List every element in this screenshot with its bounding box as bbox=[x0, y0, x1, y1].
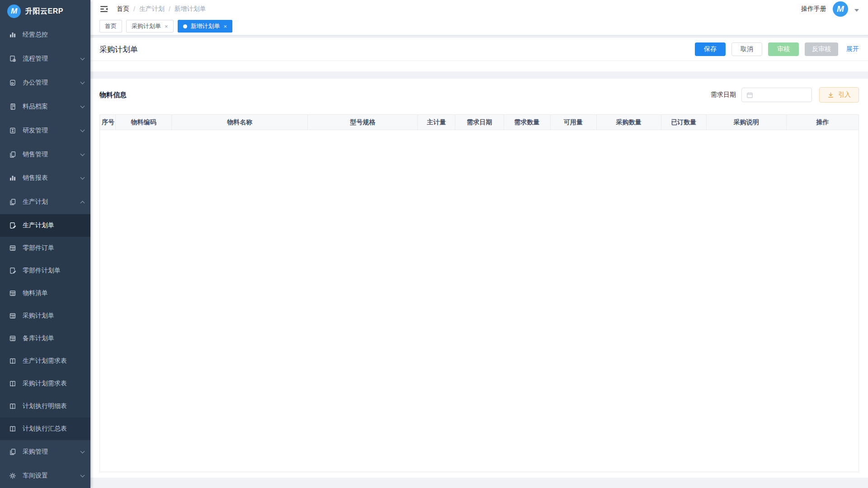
operation-manual-link[interactable]: 操作手册 bbox=[801, 5, 826, 13]
sidebar-item-production-plan-order[interactable]: 生产计划单 bbox=[0, 214, 90, 237]
sidebar-item-label: 计划执行汇总表 bbox=[23, 425, 84, 433]
sidebar-item-workshop-settings[interactable]: 车间设置 bbox=[0, 464, 90, 488]
book-icon bbox=[9, 380, 16, 387]
col-header-model-spec: 型号规格 bbox=[308, 115, 418, 130]
col-header-purchase-note: 采购说明 bbox=[706, 115, 786, 130]
sidebar-item-stock-plan-order[interactable]: 备库计划单 bbox=[0, 327, 90, 350]
tab-close-icon[interactable]: × bbox=[224, 23, 227, 29]
main-area: 首页 / 生产计划 / 新增计划单 操作手册 M 首页 采购计划单 × bbox=[90, 0, 868, 488]
col-header-operation: 操作 bbox=[786, 115, 859, 130]
tab-label: 新增计划单 bbox=[191, 22, 220, 30]
breadcrumb-home[interactable]: 首页 bbox=[117, 5, 129, 13]
import-button[interactable]: 引入 bbox=[819, 87, 859, 103]
sidebar-item-rnd-mgmt[interactable]: 研发管理 bbox=[0, 118, 90, 142]
materials-header-row: 物料信息 需求日期 引入 bbox=[99, 86, 859, 104]
sidebar-item-business-overview[interactable]: 经营总控 bbox=[0, 23, 90, 47]
copy-doc-icon bbox=[9, 448, 16, 455]
chevron-down-icon bbox=[80, 151, 85, 156]
book-icon bbox=[9, 403, 16, 410]
sidebar-item-office-mgmt[interactable]: 办公管理 bbox=[0, 70, 90, 94]
sidebar-item-label: 流程管理 bbox=[23, 55, 75, 63]
section-gap bbox=[90, 71, 868, 79]
sidebar-item-label: 料品档案 bbox=[23, 103, 75, 111]
sidebar-item-label: 生产计划 bbox=[23, 198, 75, 206]
breadcrumb-production-plan[interactable]: 生产计划 bbox=[139, 5, 165, 13]
form-header-row: 采购计划单 保存 取消 审核 反审核 展开 bbox=[90, 38, 868, 61]
action-buttons: 保存 取消 审核 反审核 展开 bbox=[695, 42, 859, 56]
sidebar-item-label: 计划执行明细表 bbox=[23, 402, 84, 410]
user-avatar[interactable]: M bbox=[833, 1, 848, 17]
grid-icon bbox=[9, 244, 16, 252]
sidebar-item-label: 物料清单 bbox=[23, 289, 84, 297]
sidebar: M 升阳云ERP 经营总控 流程管理 办公管理 料品档案 研发管理 销售管理 销… bbox=[0, 0, 90, 488]
sidebar-item-plan-exec-summary-table[interactable]: 计划执行汇总表 bbox=[0, 418, 90, 440]
book-icon bbox=[9, 357, 16, 365]
page-title: 采购计划单 bbox=[99, 44, 138, 55]
sidebar-fold-icon[interactable] bbox=[99, 5, 108, 13]
chevron-down-icon bbox=[80, 449, 85, 454]
sidebar-item-production-plan[interactable]: 生产计划 bbox=[0, 190, 90, 214]
save-button[interactable]: 保存 bbox=[695, 42, 726, 56]
sidebar-item-label: 销售报表 bbox=[23, 174, 75, 182]
sidebar-item-label: 采购计划单 bbox=[23, 312, 84, 320]
sidebar-item-process-mgmt[interactable]: 流程管理 bbox=[0, 47, 90, 70]
col-header-main-unit: 主计量 bbox=[418, 115, 455, 130]
doc-edit-icon bbox=[9, 267, 16, 274]
page-tabs: 首页 采购计划单 × 新增计划单 × bbox=[90, 18, 868, 35]
materials-table: 序号 物料编码 物料名称 型号规格 主计量 需求日期 需求数量 可用量 采购数量… bbox=[99, 114, 859, 472]
sidebar-item-label: 零部件订单 bbox=[23, 244, 84, 252]
platform-icon bbox=[9, 79, 16, 86]
unaudit-button[interactable]: 反审核 bbox=[805, 42, 838, 56]
sidebar-item-bom-list[interactable]: 物料清单 bbox=[0, 282, 90, 305]
chevron-down-icon bbox=[80, 80, 85, 84]
chevron-down-icon bbox=[80, 127, 85, 132]
notebook-icon bbox=[9, 103, 16, 110]
demand-date-input[interactable] bbox=[741, 88, 812, 102]
download-icon bbox=[827, 92, 834, 99]
sidebar-item-label: 零部件计划单 bbox=[23, 267, 84, 275]
audit-button[interactable]: 审核 bbox=[768, 42, 799, 56]
chevron-down-icon bbox=[80, 103, 85, 108]
sidebar-item-purchase-mgmt[interactable]: 采购管理 bbox=[0, 440, 90, 464]
form-header-card: 采购计划单 保存 取消 审核 反审核 展开 bbox=[90, 38, 868, 71]
sidebar-item-parts-order[interactable]: 零部件订单 bbox=[0, 237, 90, 259]
col-header-index: 序号 bbox=[100, 115, 116, 130]
sidebar-item-label: 采购计划需求表 bbox=[23, 380, 84, 388]
sidebar-item-purchase-demand-table[interactable]: 采购计划需求表 bbox=[0, 372, 90, 395]
sidebar-item-purchase-plan-order[interactable]: 采购计划单 bbox=[0, 305, 90, 327]
tab-close-icon[interactable]: × bbox=[165, 23, 168, 29]
breadcrumb-separator: / bbox=[169, 5, 170, 13]
app-logo-row: M 升阳云ERP bbox=[0, 0, 90, 23]
chevron-down-icon bbox=[80, 473, 85, 478]
sidebar-item-sales-mgmt[interactable]: 销售管理 bbox=[0, 142, 90, 166]
copy-doc-icon bbox=[9, 198, 16, 206]
calendar-icon bbox=[746, 92, 753, 99]
sidebar-item-production-demand-table[interactable]: 生产计划需求表 bbox=[0, 350, 90, 372]
tab-new-plan-order[interactable]: 新增计划单 × bbox=[178, 20, 233, 33]
sidebar-item-plan-exec-detail-table[interactable]: 计划执行明细表 bbox=[0, 395, 90, 418]
sidebar-item-parts-plan-order[interactable]: 零部件计划单 bbox=[0, 259, 90, 282]
chevron-down-icon bbox=[80, 56, 85, 60]
sidebar-item-label: 采购管理 bbox=[23, 448, 75, 456]
tab-label: 采购计划单 bbox=[132, 22, 161, 30]
expand-link[interactable]: 展开 bbox=[846, 45, 859, 53]
copy-doc-icon bbox=[9, 151, 16, 158]
book-icon bbox=[9, 425, 16, 432]
user-menu-caret-icon[interactable] bbox=[854, 9, 859, 12]
sidebar-item-sales-report[interactable]: 销售报表 bbox=[0, 166, 90, 190]
col-header-demand-date: 需求日期 bbox=[455, 115, 504, 130]
sidebar-item-label: 备库计划单 bbox=[23, 334, 84, 343]
tab-label: 首页 bbox=[105, 22, 117, 30]
chart-icon bbox=[9, 31, 16, 38]
sidebar-item-label: 生产计划单 bbox=[23, 221, 84, 230]
breadcrumb: 首页 / 生产计划 / 新增计划单 bbox=[117, 5, 206, 13]
sidebar-item-label: 车间设置 bbox=[23, 472, 75, 480]
sidebar-item-material-archive[interactable]: 料品档案 bbox=[0, 94, 90, 118]
import-button-label: 引入 bbox=[838, 91, 851, 99]
tab-purchase-plan-order[interactable]: 采购计划单 × bbox=[126, 20, 174, 33]
cancel-button[interactable]: 取消 bbox=[731, 42, 762, 56]
col-header-purchase-qty: 采购数量 bbox=[596, 115, 661, 130]
tab-home[interactable]: 首页 bbox=[99, 20, 122, 33]
breadcrumb-current-page: 新增计划单 bbox=[175, 5, 206, 13]
breadcrumb-separator: / bbox=[133, 5, 135, 13]
